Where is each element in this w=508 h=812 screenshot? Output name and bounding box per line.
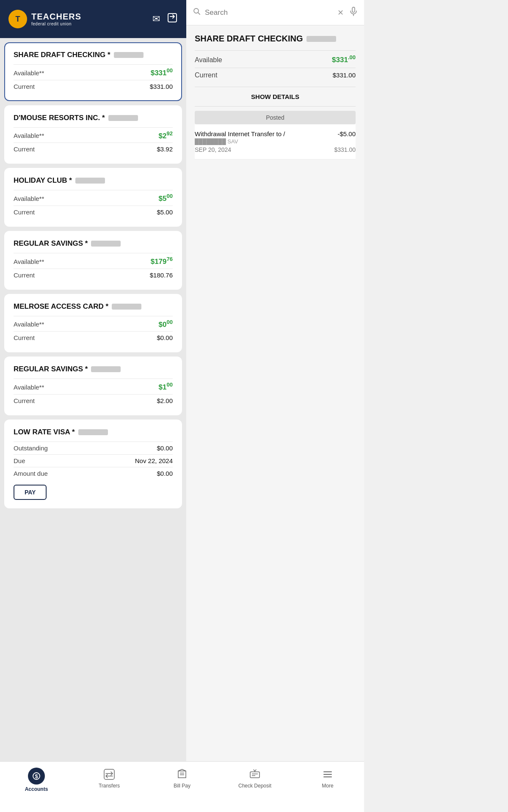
available-row: Available** $100 <box>14 379 173 394</box>
svg-point-1 <box>194 8 199 13</box>
account-card-low-rate-visa[interactable]: LOW RATE VISA * Outstanding $0.00 Due No… <box>4 420 182 508</box>
nav-item-more[interactable]: More <box>291 766 364 789</box>
accounts-nav-icon: $ <box>28 768 45 785</box>
clear-search-icon[interactable]: ✕ <box>337 8 344 17</box>
transaction-top-row: Withdrawal Internet Transfer to / ██████… <box>195 130 356 145</box>
detail-content: SHARE DRAFT CHECKING Available $331.00 C… <box>186 25 364 168</box>
pay-button[interactable]: PAY <box>14 485 47 500</box>
more-nav-icon <box>321 768 334 781</box>
transfers-nav-label: Transfers <box>99 783 120 789</box>
account-card-holiday-club[interactable]: HOLIDAY CLUB * Available** $500 Current … <box>4 168 182 227</box>
outstanding-row: Outstanding $0.00 <box>14 442 173 454</box>
header-icons: ✉ <box>152 12 178 26</box>
transaction-date: SEP 20, 2024 <box>195 146 231 153</box>
search-icon <box>193 8 201 17</box>
account-title: SHARE DRAFT CHECKING * <box>14 51 173 59</box>
logo-container: T TEACHERS federal credit union <box>8 10 81 28</box>
current-row: Current $3.92 <box>14 143 173 155</box>
accounts-panel: SHARE DRAFT CHECKING * Available** $3310… <box>0 38 186 761</box>
available-row: Available** $000 <box>14 316 173 332</box>
current-row: Current $331.00 <box>14 80 173 93</box>
nav-item-accounts[interactable]: $ Accounts <box>0 766 73 792</box>
bill-pay-nav-label: Bill Pay <box>174 783 190 789</box>
transactions-section-header: Posted <box>195 111 356 124</box>
svg-rect-6 <box>104 769 114 779</box>
email-icon[interactable]: ✉ <box>152 14 160 25</box>
current-row: Current $0.00 <box>14 331 173 344</box>
account-title: MELROSE ACCESS CARD * <box>14 302 173 311</box>
transfers-nav-icon <box>102 768 116 781</box>
mic-icon[interactable] <box>350 7 357 18</box>
svg-rect-9 <box>250 772 260 778</box>
nav-item-check-deposit[interactable]: Check Deposit <box>218 766 291 789</box>
amount-due-row: Amount due $0.00 <box>14 467 173 480</box>
transaction-description: Withdrawal Internet Transfer to / ██████… <box>195 130 285 145</box>
bill-pay-nav-icon <box>175 768 189 781</box>
account-title: REGULAR SAVINGS * <box>14 239 173 248</box>
detail-available-row: Available $331.00 <box>195 50 356 68</box>
current-row: Current $180.76 <box>14 269 173 281</box>
account-card-regular-savings[interactable]: REGULAR SAVINGS * Available** $17976 Cur… <box>4 231 182 290</box>
available-row: Available** $500 <box>14 190 173 206</box>
check-deposit-nav-label: Check Deposit <box>238 783 271 789</box>
due-row: Due Nov 22, 2024 <box>14 454 173 467</box>
available-row: Available** $33100 <box>14 64 173 80</box>
transfer-icon[interactable] <box>167 12 178 26</box>
current-row: Current $2.00 <box>14 394 173 407</box>
logo-text: TEACHERS federal credit union <box>31 12 81 26</box>
detail-available-amount: $331.00 <box>332 54 356 64</box>
account-title: HOLIDAY CLUB * <box>14 176 173 185</box>
detail-panel: ✕ SHARE DRAFT CHECKING Available $331.00… <box>186 0 364 761</box>
nav-item-transfers[interactable]: Transfers <box>73 766 146 789</box>
transaction-balance: $331.00 <box>334 146 356 153</box>
account-card-melrose-access[interactable]: MELROSE ACCESS CARD * Available** $000 C… <box>4 294 182 353</box>
logo-sub-text: federal credit union <box>31 22 81 26</box>
svg-text:$: $ <box>35 773 38 779</box>
transaction-item[interactable]: Withdrawal Internet Transfer to / ██████… <box>195 124 356 159</box>
more-nav-label: More <box>322 783 333 789</box>
check-deposit-nav-icon <box>248 768 262 781</box>
search-actions: ✕ <box>337 7 357 18</box>
account-card-dmouse[interactable]: D'MOUSE RESORTS INC. * Available** $292 … <box>4 105 182 164</box>
bottom-nav: $ Accounts Transfers Bill Pay <box>0 761 364 812</box>
account-card-share-draft[interactable]: SHARE DRAFT CHECKING * Available** $3310… <box>4 42 182 101</box>
svg-rect-2 <box>352 7 355 12</box>
available-row: Available** $17976 <box>14 253 173 269</box>
account-title: LOW RATE VISA * <box>14 428 173 436</box>
search-bar: ✕ <box>186 0 364 25</box>
logo-main-text: TEACHERS <box>31 12 81 22</box>
app-header: T TEACHERS federal credit union ✉ <box>0 0 186 38</box>
show-details-button[interactable]: SHOW DETAILS <box>195 87 356 107</box>
detail-current-row: Current $331.00 <box>195 68 356 82</box>
account-card-regular-savings-2[interactable]: REGULAR SAVINGS * Available** $100 Curre… <box>4 357 182 415</box>
transaction-bottom-row: SEP 20, 2024 $331.00 <box>195 146 356 153</box>
account-title: D'MOUSE RESORTS INC. * <box>14 114 173 122</box>
detail-account-number <box>306 36 336 42</box>
search-input[interactable] <box>205 8 333 17</box>
logo-icon: T <box>8 10 27 28</box>
available-row: Available** $292 <box>14 127 173 143</box>
nav-item-bill-pay[interactable]: Bill Pay <box>146 766 218 789</box>
accounts-nav-label: Accounts <box>25 786 48 792</box>
current-row: Current $5.00 <box>14 206 173 218</box>
transaction-amount: -$5.00 <box>337 130 356 145</box>
account-title: REGULAR SAVINGS * <box>14 365 173 373</box>
detail-account-title: SHARE DRAFT CHECKING <box>195 34 356 44</box>
